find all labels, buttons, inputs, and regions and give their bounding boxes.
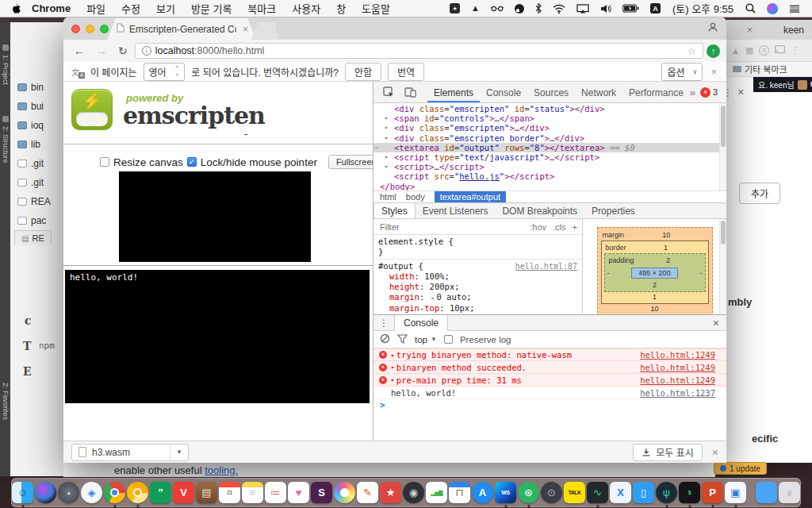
styles-filter-input[interactable] [378, 221, 523, 233]
zoom-window-button[interactable] [100, 25, 109, 33]
tab-close-icon[interactable]: × [241, 24, 250, 35]
dom-node[interactable]: ▸<div class="emscripten">…</div> [373, 123, 726, 133]
dom-node[interactable]: <div class="emscripten" id="status"></di… [373, 104, 726, 114]
dock-journal-icon[interactable]: ▤ [196, 479, 217, 506]
dock-trash-icon[interactable]: ||| [779, 479, 800, 506]
css-property[interactable]: margin: ▸0 auto; [378, 292, 577, 303]
download-item[interactable]: h3.wasm ▼ [71, 444, 189, 461]
inspect-element-icon[interactable] [378, 87, 400, 98]
devtools-menu-icon[interactable]: ⋮ [722, 87, 733, 98]
dock-launchpad-icon[interactable]: ▲ [58, 479, 79, 506]
translate-decline-button[interactable]: 안함 [345, 63, 381, 81]
dock-calendar-icon[interactable]: 21 [219, 479, 240, 506]
new-style-rule-button[interactable]: + [573, 222, 577, 232]
dock-kakaotalk-icon[interactable]: TALK [564, 479, 585, 506]
device-toolbar-icon[interactable] [400, 87, 421, 98]
expand-arrow-icon[interactable]: ▸ [391, 352, 396, 359]
glasses-icon[interactable] [485, 5, 509, 12]
page-info-icon[interactable]: i [142, 46, 151, 56]
download-bar-close-icon[interactable]: × [712, 446, 718, 459]
console-message-error[interactable]: ×▸binaryen method succeeded.hello.html:1… [373, 361, 726, 374]
dock-vivaldi-icon[interactable]: V [173, 479, 194, 506]
expand-arrow-icon[interactable]: ▸ [430, 294, 437, 302]
dock-gitkraken-icon[interactable]: ψ [656, 479, 677, 506]
emscripten-canvas[interactable] [119, 171, 311, 262]
box-model-padding[interactable]: padding2 -495 × 200- 2 [604, 253, 706, 292]
dock-app-store-icon[interactable]: A [472, 479, 493, 506]
pointer-lock-checkbox[interactable]: ✓ [187, 157, 197, 167]
dock-chrome-icon[interactable] [104, 479, 125, 506]
dock-webstorm-icon[interactable]: WS [495, 479, 516, 506]
console-message-log[interactable]: hello, world!hello.html:1237 [373, 387, 726, 399]
dom-node[interactable]: ▸<div class="emscripten_border">…</div> [373, 133, 726, 143]
reload-button[interactable]: ↻ [114, 45, 132, 56]
wifi-icon[interactable] [547, 4, 571, 13]
console-message-error[interactable]: ×▸trying binaryen method: native-wasmhel… [373, 348, 726, 361]
dock-lens-app-icon[interactable]: ◉ [403, 479, 424, 506]
console-source-link[interactable]: hello.html:1249 [640, 363, 726, 372]
menu-app-name[interactable]: Chrome [24, 2, 79, 14]
devtools-close-icon[interactable]: × [737, 86, 744, 98]
skype-extension-icon[interactable]: S [759, 45, 769, 56]
tooling-link[interactable]: tooling. [205, 464, 238, 476]
devtools-tab-console[interactable]: Console [480, 83, 527, 102]
dock-xcode-icon[interactable]: X [610, 479, 631, 506]
browser-tab[interactable]: Emscripten-Generated Code × [107, 18, 256, 40]
dock-hangouts-icon[interactable]: ” [150, 479, 171, 506]
notification-center-icon[interactable] [783, 4, 806, 13]
airplay-display-icon[interactable] [571, 4, 595, 13]
expand-arrow-icon[interactable]: ▸ [385, 123, 389, 133]
minimize-window-button[interactable] [86, 25, 94, 33]
resize-canvas-checkbox[interactable] [100, 157, 109, 167]
class-toggle[interactable]: .cls [553, 222, 566, 232]
ide-structure-tab[interactable]: 2: Structure [0, 111, 10, 164]
dock-slack-icon[interactable]: S [311, 479, 332, 506]
dock-wheel-app-icon[interactable]: ⊙ [541, 479, 562, 506]
sidebar-tab-styles[interactable]: Styles [373, 203, 416, 218]
battery-charging-icon[interactable] [617, 4, 645, 13]
dock-terminal-icon[interactable]: $ [679, 479, 700, 506]
console-source-link[interactable]: hello.html:1249 [640, 350, 726, 360]
error-badge[interactable]: ×3 [700, 87, 718, 98]
devtools-tab-network[interactable]: Network [575, 83, 622, 102]
style-source-link[interactable]: hello.html:87 [515, 261, 577, 271]
drawer-close-icon[interactable]: × [713, 317, 726, 329]
box-model-margin[interactable]: margin10 border1 padding2 -495 × 200- 2 … [597, 227, 713, 314]
dock-chrome-canary-icon[interactable] [127, 479, 148, 506]
dock-downloads-folder-icon[interactable] [756, 479, 777, 506]
show-all-downloads-button[interactable]: 모두 표시 [633, 444, 703, 461]
breadcrumb-body[interactable]: body [406, 192, 425, 202]
cast-icon[interactable] [775, 45, 785, 56]
dock-finder-icon[interactable]: ☺ [12, 479, 33, 506]
bluetooth-icon[interactable] [530, 3, 547, 13]
expand-arrow-icon[interactable]: ▸ [385, 162, 389, 171]
css-property[interactable]: width: 100%; [378, 271, 577, 282]
devtools-tab-sources[interactable]: Sources [527, 83, 575, 102]
google-drive-icon[interactable]: ▲ [465, 4, 485, 13]
breadcrumb-html[interactable]: html [380, 192, 396, 202]
dock-textedit-icon[interactable]: ✎ [357, 479, 378, 506]
ide-favorites-tab[interactable]: 2: Favorites [0, 379, 10, 420]
dock-photos-icon[interactable] [334, 479, 355, 506]
sidebar-tab-event-listeners[interactable]: Event Listeners [416, 203, 496, 218]
dom-node[interactable]: ▸<span id="controls">…</span> [373, 114, 726, 123]
scrollbar[interactable] [719, 103, 726, 190]
drawer-menu-icon[interactable]: ⋮ [373, 318, 394, 329]
breadcrumb-textarea-output[interactable]: textarea#output [435, 191, 506, 203]
devtools-tab-performance[interactable]: Performance [622, 83, 690, 102]
menu-item[interactable]: 방문 기록 [183, 1, 239, 16]
menu-item[interactable]: 파일 [79, 1, 113, 16]
clear-console-icon[interactable] [380, 333, 390, 345]
download-item-menu-icon[interactable]: ▼ [170, 444, 188, 460]
extension-icon[interactable]: ↑ [707, 44, 720, 58]
bookmarks-bar[interactable]: 기타 북마크 [726, 62, 812, 77]
new-tab-button[interactable] [251, 22, 278, 40]
dock-star-app-icon[interactable]: ★ [380, 479, 401, 506]
expand-arrow-icon[interactable]: ▸ [391, 364, 396, 371]
console-source-link[interactable]: hello.html:1237 [640, 388, 726, 398]
dom-node-selected[interactable]: ⋯<textarea id="output" rows="8"></textar… [373, 143, 726, 152]
add-button[interactable]: 추가 [739, 183, 780, 204]
apple-menu-icon[interactable] [8, 3, 24, 14]
ide-update-badge[interactable]: 1 update [714, 462, 767, 475]
box-model-content[interactable]: 495 × 200 [631, 267, 677, 279]
